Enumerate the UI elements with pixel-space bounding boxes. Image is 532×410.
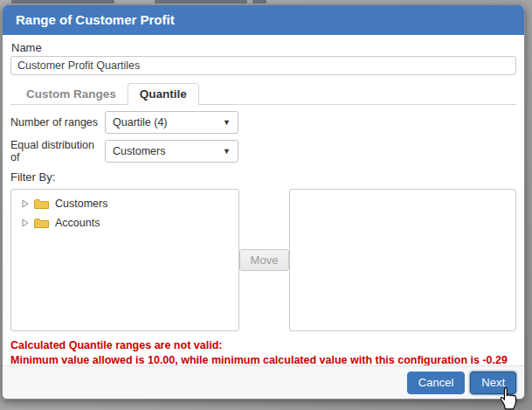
dialog-header: Range of Customer Profit [3, 5, 524, 35]
backdrop-text-fragment [155, 0, 247, 3]
cancel-button[interactable]: Cancel [407, 372, 465, 394]
folder-icon [34, 218, 49, 229]
dialog-footer: Cancel Next [3, 365, 524, 399]
expander-arrow-icon[interactable] [22, 199, 29, 208]
equal-distribution-label: Equal distribution of [10, 139, 105, 163]
name-input[interactable] [10, 56, 516, 75]
name-label: Name [10, 39, 516, 56]
expander-arrow-icon[interactable] [22, 219, 29, 227]
range-dialog: Range of Customer Profit Name Custom Ran… [2, 4, 525, 400]
hand-cursor-icon [497, 385, 521, 410]
equal-distribution-row: Equal distribution of Customers ▼ [10, 140, 516, 163]
filter-by-label: Filter By: [10, 170, 516, 184]
dialog-title: Range of Customer Profit [16, 12, 175, 27]
move-button[interactable]: Move [239, 249, 290, 271]
number-of-ranges-label: Number of ranges [10, 116, 105, 129]
number-of-ranges-select[interactable]: Quartile (4) ▼ [105, 111, 238, 134]
backdrop-text-fragment [11, 0, 114, 3]
dialog-body: Name Custom RangesQuantile Number of ran… [3, 35, 524, 368]
equal-distribution-value: Customers [113, 145, 165, 157]
error-line: Calculated Quantile ranges are not valid… [10, 338, 516, 353]
number-of-ranges-value: Quartile (4) [113, 116, 168, 129]
tree-item-accounts[interactable]: Accounts [11, 213, 238, 233]
tab-custom-ranges[interactable]: Custom Ranges [15, 84, 128, 105]
target-listbox[interactable] [289, 189, 516, 331]
tree-item-customers[interactable]: Customers [11, 194, 238, 213]
equal-distribution-select[interactable]: Customers ▼ [105, 140, 238, 163]
tab-bar: Custom RangesQuantile [10, 82, 516, 105]
folder-icon [34, 198, 49, 210]
move-column: Move [239, 189, 290, 331]
tree-item-label: Customers [55, 198, 107, 210]
filter-lists: Customers Accounts Move [10, 189, 516, 331]
chevron-down-icon: ▼ [223, 119, 231, 127]
validation-errors: Calculated Quantile ranges are not valid… [10, 338, 516, 368]
tree-item-label: Accounts [55, 217, 100, 229]
source-listbox[interactable]: Customers Accounts [10, 189, 239, 331]
number-of-ranges-row: Number of ranges Quartile (4) ▼ [10, 111, 516, 134]
tab-quantile[interactable]: Quantile [128, 83, 199, 106]
backdrop-text-fragment [252, 0, 266, 3]
chevron-down-icon: ▼ [223, 148, 231, 156]
